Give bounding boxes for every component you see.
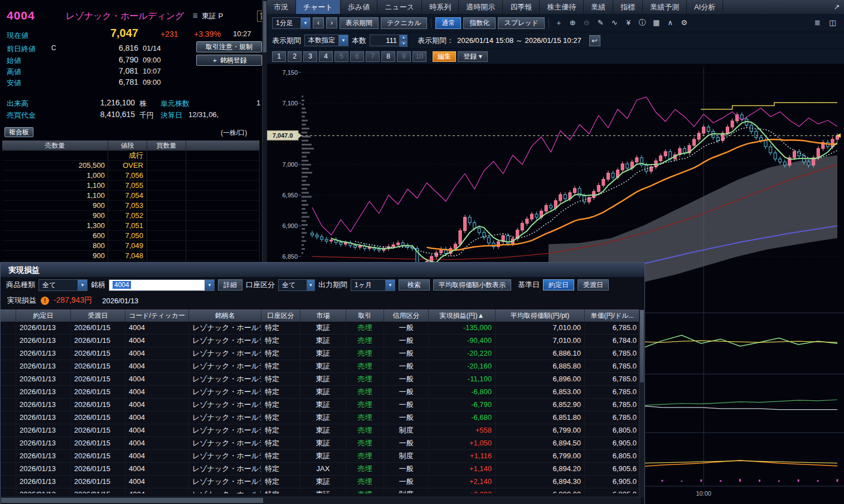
stepper-up-icon[interactable]: ▲	[400, 35, 408, 41]
order-book-row[interactable]: 1,100 7,054	[2, 191, 260, 201]
scroll-left-button[interactable]: ‹	[313, 17, 324, 28]
tool-icon[interactable]: ◫	[827, 17, 838, 28]
tool-icon[interactable]: ✎	[595, 17, 607, 28]
scrollbar-thumb[interactable]	[263, 1, 266, 52]
pnl-table-row[interactable]: 2026/01/13 2026/01/15 4004 レゾナック・ホールデ...…	[1, 322, 641, 335]
symbol-combo[interactable]: 4004 ▼	[109, 279, 215, 291]
tool-icon[interactable]: ＋	[553, 17, 565, 28]
avg-price-decimal-button[interactable]: 平均取得価額小数表示	[433, 279, 511, 290]
nav-tab[interactable]: 業績予測	[643, 0, 687, 14]
nav-tab[interactable]: AI分析	[687, 0, 723, 14]
nav-tab[interactable]: 四季報	[503, 0, 540, 14]
preset-button[interactable]: 7	[366, 51, 380, 62]
search-button[interactable]: 検索	[399, 279, 430, 290]
preset-button[interactable]: 6	[350, 51, 364, 62]
bar-count-value[interactable]: 111	[370, 35, 400, 46]
tool-icon[interactable]: ⊖	[581, 17, 593, 28]
order-book-row[interactable]: 900 7,053	[2, 201, 260, 211]
tool-icon[interactable]: ∧	[664, 17, 676, 28]
preset-button[interactable]: 8	[381, 51, 395, 62]
pnl-table-row[interactable]: 2026/01/13 2026/01/15 4004 レゾナック・ホールデ...…	[1, 476, 641, 488]
quote-panel-scrollbar[interactable]	[262, 0, 267, 262]
nav-tab[interactable]: チャート	[296, 0, 341, 14]
nav-tab[interactable]: 時系列	[422, 0, 459, 14]
display-period-button[interactable]: 表示期間	[339, 17, 379, 29]
column-header[interactable]: 取引	[346, 309, 384, 322]
settlement-date-toggle[interactable]: 受渡日	[578, 279, 609, 290]
pnl-window-title[interactable]: 実現損益	[1, 263, 644, 278]
bar-count-stepper[interactable]: 111 ▲ ▼	[370, 35, 408, 46]
detail-button[interactable]: 詳細	[218, 279, 242, 290]
order-book-row[interactable]: 1,000 7,056	[2, 171, 260, 181]
tool-icon[interactable]: ¥	[623, 17, 634, 28]
pnl-table-row[interactable]: 2026/01/13 2026/01/15 4004 レゾナック・ホールデ...…	[1, 411, 641, 424]
edit-button[interactable]: 編集	[433, 51, 456, 62]
preset-button[interactable]: 2	[288, 51, 302, 62]
output-period-select[interactable]: 1ヶ月 ▼	[351, 279, 395, 291]
symbol-value[interactable]: 4004	[113, 281, 131, 289]
column-header[interactable]: コード/ティッカー	[125, 309, 189, 322]
nav-tab[interactable]: 株主優待	[540, 0, 584, 14]
technical-button[interactable]: テクニカル	[381, 17, 427, 29]
nav-tab[interactable]: 指標	[613, 0, 643, 14]
order-book-row[interactable]: 成行	[2, 151, 260, 161]
column-header[interactable]: 銘柄名	[189, 309, 261, 322]
column-header[interactable]: 口座区分	[261, 309, 300, 322]
trade-date-toggle[interactable]: 約定日	[543, 279, 574, 290]
pnl-table-row[interactable]: 2026/01/13 2026/01/15 4004 レゾナック・ホールデ...…	[1, 450, 641, 463]
preset-button[interactable]: 4	[319, 51, 333, 62]
order-book-row[interactable]: 900 7,052	[2, 211, 260, 221]
pnl-table-row[interactable]: 2026/01/13 2026/01/15 4004 レゾナック・ホールデ...…	[1, 335, 641, 347]
account-type-select[interactable]: 全て ▼	[278, 279, 315, 291]
pnl-table-row[interactable]: 2026/01/13 2026/01/15 4004 レゾナック・ホールデ...…	[1, 463, 641, 476]
column-header[interactable]	[1, 309, 16, 322]
pnl-table-row[interactable]: 2026/01/13 2026/01/15 4004 レゾナック・ホールデ...…	[1, 399, 641, 411]
scrollbar-thumb[interactable]	[1, 498, 263, 503]
order-book-row[interactable]: 600 7,050	[2, 231, 260, 241]
tool-icon[interactable]: ≣	[812, 17, 823, 28]
order-book-row[interactable]: 1,300 7,051	[2, 221, 260, 231]
reset-range-button[interactable]: ↩	[589, 35, 600, 46]
pnl-vertical-scrollbar[interactable]	[639, 309, 644, 498]
tool-icon[interactable]: ⓘ	[637, 17, 648, 28]
pnl-table-row[interactable]: 2026/01/13 2026/01/15 4004 レゾナック・ホールデ...…	[1, 386, 641, 399]
column-header[interactable]: 市場	[300, 309, 346, 322]
column-header[interactable]: 実現損益(円)▲	[429, 309, 496, 322]
pnl-table-row[interactable]: 2026/01/13 2026/01/15 4004 レゾナック・ホールデ...…	[1, 488, 641, 493]
preset-button[interactable]: 10	[413, 51, 426, 62]
pnl-table-row[interactable]: 2026/01/13 2026/01/15 4004 レゾナック・ホールデ...…	[1, 373, 641, 386]
stepper-down-icon[interactable]: ▼	[400, 41, 408, 47]
order-book-row[interactable]: 900 7,048	[2, 251, 260, 261]
tool-icon[interactable]: ∿	[609, 17, 620, 28]
chart-mode-button[interactable]: スプレッド	[498, 17, 544, 29]
nav-tab[interactable]: 適時開示	[459, 0, 503, 14]
pnl-table-row[interactable]: 2026/01/13 2026/01/15 4004 レゾナック・ホールデ...…	[1, 360, 641, 373]
tool-icon[interactable]: ⊕	[567, 17, 579, 28]
pnl-table-row[interactable]: 2026/01/13 2026/01/15 4004 レゾナック・ホールデ...…	[1, 347, 641, 360]
chart-mode-button[interactable]: 通常	[435, 17, 461, 29]
pnl-table-row[interactable]: 2026/01/13 2026/01/15 4004 レゾナック・ホールデ...…	[1, 437, 641, 450]
register-button[interactable]: 登録 ▾	[458, 51, 488, 62]
scrollbar-thumb[interactable]	[640, 310, 644, 382]
nav-tab[interactable]: 歩み値	[341, 0, 377, 14]
chart-mode-button[interactable]: 指数化	[463, 17, 496, 29]
period-mode-select[interactable]: 本数指定 ▼	[304, 35, 348, 46]
preset-button[interactable]: 9	[397, 51, 411, 62]
order-book-row[interactable]: 205,500 OVER	[2, 161, 260, 171]
warning-icon[interactable]: !	[41, 297, 49, 305]
nav-tab[interactable]: ニュース	[377, 0, 422, 14]
nav-tab[interactable]: 市況	[266, 0, 296, 14]
trade-caution-button[interactable]: 取引注意・規制	[196, 41, 262, 52]
product-type-select[interactable]: 全て ▼	[38, 279, 88, 291]
interval-select[interactable]: 1分足 ▼	[272, 17, 311, 29]
column-header[interactable]: 受渡日	[71, 309, 125, 322]
preset-button[interactable]: 1	[272, 51, 286, 62]
composite-board-button[interactable]: 複合板	[4, 127, 33, 137]
order-book-row[interactable]: 800 7,049	[2, 241, 260, 251]
nav-tab[interactable]: 業績	[584, 0, 613, 14]
column-header[interactable]: 平均取得価額(円/pt)	[496, 309, 585, 322]
scroll-right-button[interactable]: ›	[326, 17, 337, 28]
tool-icon[interactable]: ⚙	[678, 17, 690, 28]
column-header[interactable]: 単価(円/ドル...	[585, 309, 641, 322]
preset-button[interactable]: 3	[303, 51, 317, 62]
